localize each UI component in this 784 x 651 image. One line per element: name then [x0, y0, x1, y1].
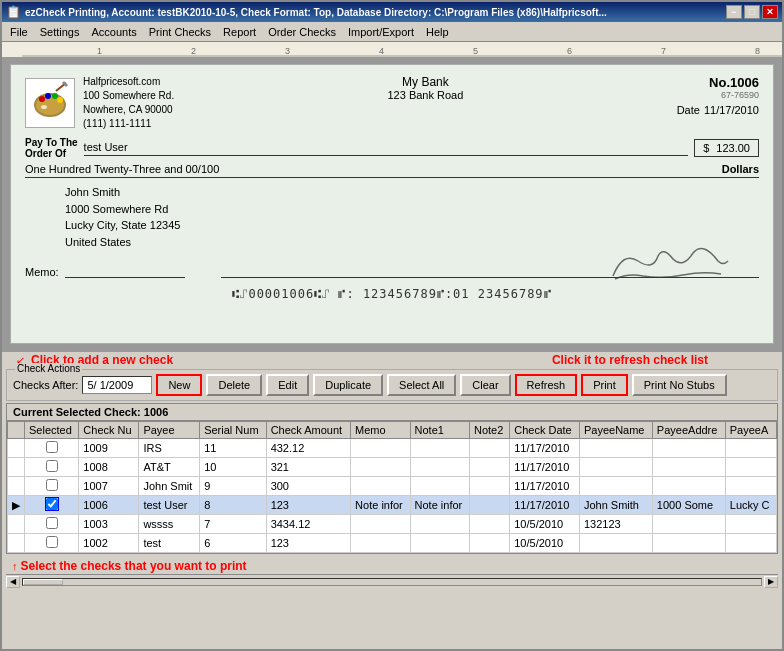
table-cell-payee: John Smit — [139, 477, 200, 496]
scroll-left-btn[interactable]: ◀ — [6, 576, 20, 588]
duplicate-button[interactable]: Duplicate — [313, 374, 383, 396]
edit-button[interactable]: Edit — [266, 374, 309, 396]
table-cell-note2 — [470, 458, 510, 477]
table-cell-payee: test — [139, 534, 200, 553]
svg-text:5: 5 — [473, 46, 478, 56]
check-checkbox[interactable] — [46, 536, 58, 548]
table-cell-payeeA — [725, 458, 776, 477]
date-value: 11/17/2010 — [704, 104, 759, 116]
row-arrow — [8, 534, 25, 553]
svg-text:3: 3 — [285, 46, 290, 56]
h-scrollbar[interactable]: ◀ ▶ — [6, 574, 778, 588]
row-checkbox[interactable] — [25, 477, 79, 496]
print-button[interactable]: Print — [581, 374, 628, 396]
check-checkbox[interactable] — [46, 498, 58, 510]
table-container[interactable]: Selected Check Nu Payee Serial Num Check… — [7, 421, 777, 553]
scroll-track[interactable] — [22, 578, 762, 586]
main-window: 📋 ezCheck Printing, Account: testBK2010-… — [0, 0, 784, 651]
row-checkbox[interactable] — [25, 439, 79, 458]
company-name: Halfpricesoft.com — [83, 75, 174, 89]
signature-area — [603, 241, 733, 288]
minimize-button[interactable]: − — [726, 5, 742, 19]
table-cell-checkNum: 1009 — [79, 439, 139, 458]
maximize-button[interactable]: □ — [744, 5, 760, 19]
menu-import-export[interactable]: Import/Export — [342, 24, 420, 40]
delete-button[interactable]: Delete — [206, 374, 262, 396]
new-button[interactable]: New — [156, 374, 202, 396]
menu-accounts[interactable]: Accounts — [85, 24, 142, 40]
row-checkbox[interactable] — [25, 534, 79, 553]
check-checkbox[interactable] — [46, 460, 58, 472]
table-cell-checkNum: 1003 — [79, 515, 139, 534]
annotation-refresh-text: Click it to refresh check list — [552, 353, 708, 367]
close-button[interactable]: ✕ — [762, 5, 778, 19]
table-cell-note1 — [410, 534, 469, 553]
table-cell-payeeA: Lucky C — [725, 496, 776, 515]
amount-box: $ 123.00 — [694, 139, 759, 157]
table-cell-amount: 3434.12 — [266, 515, 350, 534]
company-phone: (111) 111-1111 — [83, 117, 174, 131]
clear-button[interactable]: Clear — [460, 374, 510, 396]
check-actions-label: Check Actions — [15, 363, 82, 374]
checks-after-input[interactable] — [82, 376, 152, 394]
table-cell-note2 — [470, 515, 510, 534]
col-payeename: PayeeName — [579, 422, 652, 439]
table-cell-payeeA — [725, 439, 776, 458]
col-arrow — [8, 422, 25, 439]
check-actions-bar: Check Actions Checks After: New Delete E… — [6, 369, 778, 401]
annotation-select-text: Select the checks that you want to print — [21, 559, 247, 573]
company-addr2: Nowhere, CA 90000 — [83, 103, 174, 117]
row-arrow — [8, 477, 25, 496]
select-all-button[interactable]: Select All — [387, 374, 456, 396]
refresh-button[interactable]: Refresh — [515, 374, 578, 396]
check-checkbox[interactable] — [46, 479, 58, 491]
table-cell-payeeName — [579, 534, 652, 553]
print-no-stubs-button[interactable]: Print No Stubs — [632, 374, 727, 396]
col-note1: Note1 — [410, 422, 469, 439]
menu-settings[interactable]: Settings — [34, 24, 86, 40]
table-cell-checkNum: 1007 — [79, 477, 139, 496]
row-arrow — [8, 439, 25, 458]
svg-text:1: 1 — [97, 46, 102, 56]
table-cell-payeeAddr — [652, 458, 725, 477]
pay-to-label: Pay To The Order Of — [25, 137, 78, 159]
table-cell-date: 10/5/2010 — [510, 534, 580, 553]
table-cell-memo — [351, 515, 410, 534]
menu-report[interactable]: Report — [217, 24, 262, 40]
payee-line: test User — [84, 141, 689, 156]
table-cell-amount: 432.12 — [266, 439, 350, 458]
micr-line: ⑆⑀00001006⑆⑀ ⑈: 123456789⑈:01 23456789⑈ — [25, 286, 759, 301]
table-cell-payee: AT&T — [139, 458, 200, 477]
table-cell-memo: Note infor — [351, 496, 410, 515]
title-text: ezCheck Printing, Account: testBK2010-10… — [25, 7, 607, 18]
table-cell-checkNum: 1002 — [79, 534, 139, 553]
col-payeeaddr: PayeeAddre — [652, 422, 725, 439]
table-cell-checkNum: 1006 — [79, 496, 139, 515]
row-checkbox[interactable] — [25, 515, 79, 534]
check-checkbox[interactable] — [46, 441, 58, 453]
svg-point-14 — [52, 93, 58, 99]
col-date: Check Date — [510, 422, 580, 439]
ruler: // drawn via inline positioning below 1 … — [2, 42, 782, 58]
scroll-right-btn[interactable]: ▶ — [764, 576, 778, 588]
check-number: No.1006 — [677, 75, 759, 90]
table-cell-date: 11/17/2010 — [510, 477, 580, 496]
table-cell-note1 — [410, 458, 469, 477]
menu-file[interactable]: File — [4, 24, 34, 40]
row-checkbox[interactable] — [25, 496, 79, 515]
date-label: Date — [677, 104, 700, 116]
col-checknum: Check Nu — [79, 422, 139, 439]
scroll-thumb[interactable] — [23, 579, 63, 585]
menu-help[interactable]: Help — [420, 24, 455, 40]
row-checkbox[interactable] — [25, 458, 79, 477]
bank-addr: 123 Bank Road — [388, 89, 464, 101]
menu-order-checks[interactable]: Order Checks — [262, 24, 342, 40]
table-cell-payeeA — [725, 477, 776, 496]
table-cell-payeeAddr — [652, 515, 725, 534]
amount-value: 123.00 — [716, 142, 750, 154]
check-checkbox[interactable] — [46, 517, 58, 529]
svg-point-16 — [41, 105, 47, 109]
menu-print-checks[interactable]: Print Checks — [143, 24, 217, 40]
table-cell-payeeA — [725, 534, 776, 553]
table-cell-payeeName: 132123 — [579, 515, 652, 534]
